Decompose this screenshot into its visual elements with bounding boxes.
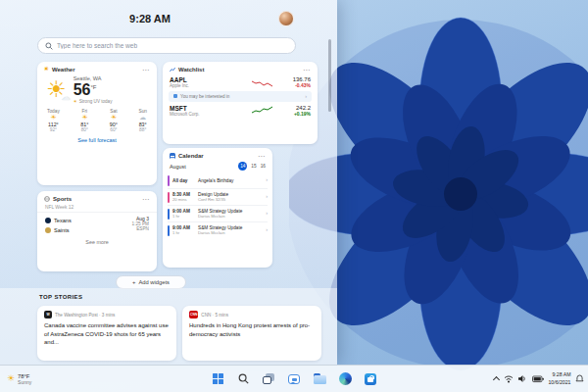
search-input[interactable]	[57, 42, 288, 49]
game-meta: Aug 3 1:25 PM ESPN	[132, 216, 149, 235]
edge-browser-button[interactable]	[337, 370, 354, 387]
sun-icon: ☀	[47, 114, 60, 122]
calendar-month[interactable]: August	[170, 164, 186, 170]
watchlist-icon	[170, 67, 175, 73]
forecast-day[interactable]: Sat ☀ 90° 60°	[110, 109, 118, 132]
saints-logo	[45, 227, 51, 233]
more-options-icon[interactable]: ···	[304, 67, 312, 73]
windows-logo-icon	[213, 373, 223, 384]
volume-icon[interactable]	[517, 374, 527, 383]
sun-icon: ☀	[110, 114, 118, 122]
texans-logo	[45, 218, 51, 223]
calendar-day-selected[interactable]: 14	[238, 162, 247, 171]
chevron-right-icon: ›	[266, 211, 268, 217]
forecast-day[interactable]: Fri ☀ 81° 80°	[80, 109, 88, 132]
chat-button[interactable]	[286, 370, 303, 387]
sun-icon: ☀	[7, 374, 15, 383]
more-options-icon[interactable]: ···	[143, 196, 151, 202]
sports-title: Sports	[53, 196, 72, 202]
weather-title: Weather	[52, 67, 75, 73]
calendar-event[interactable]: 8:30 AM20 mins Design UpdateConf Rm 32/3…	[168, 188, 268, 205]
weather-icon: ☀	[44, 67, 49, 73]
chevron-right-icon: ›	[266, 177, 268, 183]
calendar-widget[interactable]: Calendar ··· August 14 15 16 All day Ang…	[163, 148, 272, 268]
story-attribution: CNN · 5 mins	[201, 313, 228, 318]
search-icon	[45, 42, 53, 50]
uv-icon: ☀	[74, 99, 77, 104]
plus-icon: +	[132, 279, 135, 285]
desktop: { "panel": { "time": "9:28 AM", "search_…	[0, 0, 588, 392]
current-temperature: 56°F	[74, 81, 113, 99]
calendar-event[interactable]: 9:00 AM1 hr S&M Strategy UpdateDarius Mc…	[168, 205, 268, 221]
suggestion-icon	[173, 94, 177, 98]
chevron-right-icon: ›	[305, 94, 307, 100]
cnn-icon: CNN	[189, 311, 198, 318]
cloud-icon: ☁	[62, 93, 71, 102]
team-row[interactable]: Saints	[45, 225, 132, 235]
league-label: NFL Week 12	[37, 204, 157, 213]
chevron-right-icon: ›	[266, 194, 268, 200]
folder-icon	[314, 373, 326, 384]
sun-partly-cloudy-icon: ☀ ☁	[46, 78, 67, 101]
watchlist-title: Watchlist	[178, 67, 204, 73]
calendar-event[interactable]: 9:00 AM1 hr S&M Strategy UpdateDarius Mc…	[168, 221, 268, 238]
news-story-card[interactable]: CNN CNN · 5 mins Hundreds in Hong Kong p…	[182, 306, 321, 361]
calendar-day[interactable]: 15	[251, 164, 256, 169]
calendar-title: Calendar	[178, 153, 204, 159]
sparkline-down-icon	[252, 78, 273, 87]
file-explorer-button[interactable]	[312, 370, 328, 387]
watchlist-widget[interactable]: Watchlist ··· AAPL Apple Inc. 136.76 -0.…	[163, 62, 318, 144]
news-story-card[interactable]: W The Washington Post · 3 mins Canada va…	[37, 306, 176, 361]
taskbar-weather-button[interactable]: ☀ 78°F Sunny	[7, 373, 31, 385]
panel-clock: 9:28 AM	[0, 13, 300, 24]
edge-icon	[339, 372, 352, 385]
team-row[interactable]: Texans	[45, 216, 132, 225]
add-widgets-button[interactable]: + Add widgets	[116, 275, 186, 289]
clock-date-display[interactable]: 9:28 AM 10/6/2021	[548, 371, 570, 385]
calendar-day[interactable]: 16	[261, 164, 266, 169]
store-bag-icon	[365, 373, 376, 385]
see-more-link[interactable]: See more	[37, 239, 157, 245]
top-stories-heading: TOP STORIES	[39, 294, 82, 300]
task-view-button[interactable]	[261, 370, 277, 387]
taskbar: ☀ 78°F Sunny	[0, 365, 588, 392]
widgets-panel: 9:28 AM ☀ Weather ··· ☀ ☁ Seattle, WA 56…	[0, 0, 337, 365]
weather-widget[interactable]: ☀ Weather ··· ☀ ☁ Seattle, WA 56°F ☀ Str…	[37, 62, 157, 185]
task-view-icon	[263, 373, 274, 384]
sports-icon	[44, 196, 50, 202]
watchlist-suggestion[interactable]: You may be interested in ›	[169, 91, 312, 102]
washington-post-icon: W	[44, 311, 52, 318]
battery-icon[interactable]	[532, 375, 544, 383]
search-icon	[238, 373, 249, 384]
sports-widget[interactable]: Sports ··· NFL Week 12 Texans Saints Aug…	[37, 191, 157, 271]
forecast-day[interactable]: Sun ☁ 83° 88°	[138, 109, 147, 132]
panel-scrollbar[interactable]	[328, 39, 331, 112]
chat-icon	[288, 374, 300, 384]
cloud-icon: ☁	[138, 114, 147, 122]
sun-icon: ☀	[80, 114, 88, 122]
tray-overflow-chevron-icon[interactable]	[493, 376, 500, 383]
calendar-event[interactable]: All day Angela's Birthday ›	[168, 172, 268, 188]
story-attribution: The Washington Post · 3 mins	[55, 313, 115, 318]
chevron-right-icon: ›	[266, 227, 268, 233]
forecast-day[interactable]: Today ☀ 112° 92°	[47, 109, 60, 132]
stock-row[interactable]: MSFT Microsoft Corp. 242.2 +0.19%	[163, 103, 318, 119]
stock-row[interactable]: AAPL Apple Inc. 136.76 -0.43%	[163, 74, 318, 90]
wifi-icon[interactable]	[504, 374, 514, 383]
story-headline[interactable]: Hundreds in Hong Kong protest arrests of…	[182, 321, 321, 338]
uv-status: ☀ Strong UV today	[74, 99, 113, 104]
story-headline[interactable]: Canada vaccine committee advises against…	[37, 321, 176, 347]
taskbar-search-button[interactable]	[235, 370, 252, 387]
microsoft-store-button[interactable]	[363, 370, 379, 387]
more-options-icon[interactable]: ···	[259, 153, 267, 159]
forecast-row: Today ☀ 112° 92° Fri ☀ 81° 80° Sat ☀ 90°…	[37, 104, 157, 132]
notification-bell-icon[interactable]	[575, 374, 584, 383]
more-options-icon[interactable]: ···	[143, 67, 151, 73]
sparkline-up-icon	[252, 106, 273, 115]
avatar[interactable]	[278, 11, 294, 26]
calendar-icon	[170, 153, 175, 159]
web-search-bar[interactable]	[37, 37, 296, 54]
start-button[interactable]	[210, 370, 226, 387]
see-full-forecast-link[interactable]: See full forecast	[37, 137, 157, 143]
